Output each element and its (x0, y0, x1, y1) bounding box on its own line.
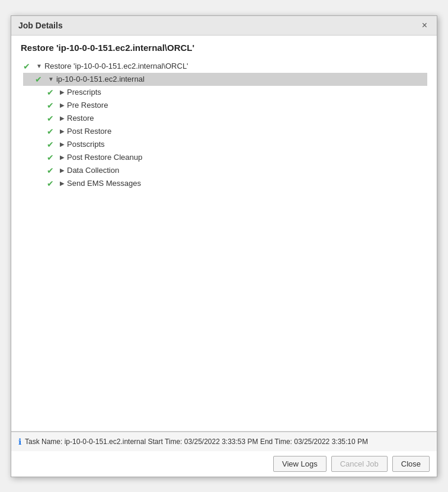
check-icon: ✔ (47, 114, 56, 123)
info-icon: ℹ (18, 437, 21, 446)
check-icon: ✔ (35, 75, 44, 84)
expand-icon[interactable]: ▶ (60, 115, 65, 121)
tree-item[interactable]: ✔▶ Post Restore (23, 125, 427, 138)
dialog-header: Job Details × (11, 16, 437, 36)
view-logs-button[interactable]: View Logs (273, 456, 327, 472)
dialog-close-button[interactable]: × (420, 21, 430, 30)
cancel-job-button[interactable]: Cancel Job (331, 456, 388, 472)
tree-item[interactable]: ✔▶ Send EMS Messages (23, 177, 427, 190)
check-icon: ✔ (47, 166, 56, 175)
expand-icon[interactable]: ▶ (60, 167, 65, 173)
check-icon: ✔ (47, 88, 56, 97)
close-button[interactable]: Close (392, 456, 430, 472)
tree-item[interactable]: ✔▶ Prescripts (23, 86, 427, 99)
tree-item[interactable]: ✔▶ Data Collection (23, 164, 427, 177)
tree-label: Post Restore (67, 127, 111, 136)
dialog-footer: View Logs Cancel Job Close (11, 451, 437, 477)
dialog-body: Restore 'ip-10-0-0-151.ec2.internal\ORCL… (11, 36, 437, 432)
status-bar: ℹ Task Name: ip-10-0-0-151.ec2.internal … (11, 432, 437, 451)
expand-icon[interactable]: ▶ (60, 102, 65, 108)
page-title: Restore 'ip-10-0-0-151.ec2.internal\ORCL… (21, 43, 427, 53)
tree-item[interactable]: ✔▶ Post Restore Cleanup (23, 151, 427, 164)
check-icon: ✔ (47, 127, 56, 136)
check-icon: ✔ (47, 153, 56, 162)
tree-label: Restore 'ip-10-0-0-151.ec2.internal\ORCL… (44, 62, 188, 70)
tree-container: ✔▼ Restore 'ip-10-0-0-151.ec2.internal\O… (21, 60, 427, 190)
expand-icon[interactable]: ▼ (48, 76, 54, 82)
tree-label: Data Collection (67, 166, 119, 175)
tree-label: Post Restore Cleanup (67, 153, 142, 162)
tree-label: Pre Restore (67, 101, 108, 110)
expand-icon[interactable]: ▶ (60, 154, 65, 160)
tree-item[interactable]: ✔▼ Restore 'ip-10-0-0-151.ec2.internal\O… (23, 60, 427, 73)
tree-item[interactable]: ✔▶ Restore (23, 112, 427, 125)
status-text: Task Name: ip-10-0-0-151.ec2.internal St… (25, 438, 368, 446)
dialog-title: Job Details (18, 21, 63, 30)
tree-item[interactable]: ✔▼ ip-10-0-0-151.ec2.internal (23, 73, 427, 86)
job-details-dialog: Job Details × Restore 'ip-10-0-0-151.ec2… (11, 15, 437, 477)
tree-label: Restore (67, 114, 94, 123)
tree-label: ip-10-0-0-151.ec2.internal (56, 75, 145, 83)
tree-label: Prescripts (67, 88, 101, 97)
expand-icon[interactable]: ▼ (36, 63, 42, 69)
expand-icon[interactable]: ▶ (60, 89, 65, 95)
check-icon: ✔ (47, 179, 56, 188)
check-icon: ✔ (23, 62, 33, 71)
check-icon: ✔ (47, 101, 56, 110)
tree-label: Postscripts (67, 140, 105, 149)
tree-label: Send EMS Messages (67, 179, 141, 188)
check-icon: ✔ (47, 140, 56, 149)
expand-icon[interactable]: ▶ (60, 180, 65, 186)
expand-icon[interactable]: ▶ (60, 128, 65, 134)
tree-item[interactable]: ✔▶ Postscripts (23, 138, 427, 151)
expand-icon[interactable]: ▶ (60, 141, 65, 147)
tree-item[interactable]: ✔▶ Pre Restore (23, 99, 427, 112)
